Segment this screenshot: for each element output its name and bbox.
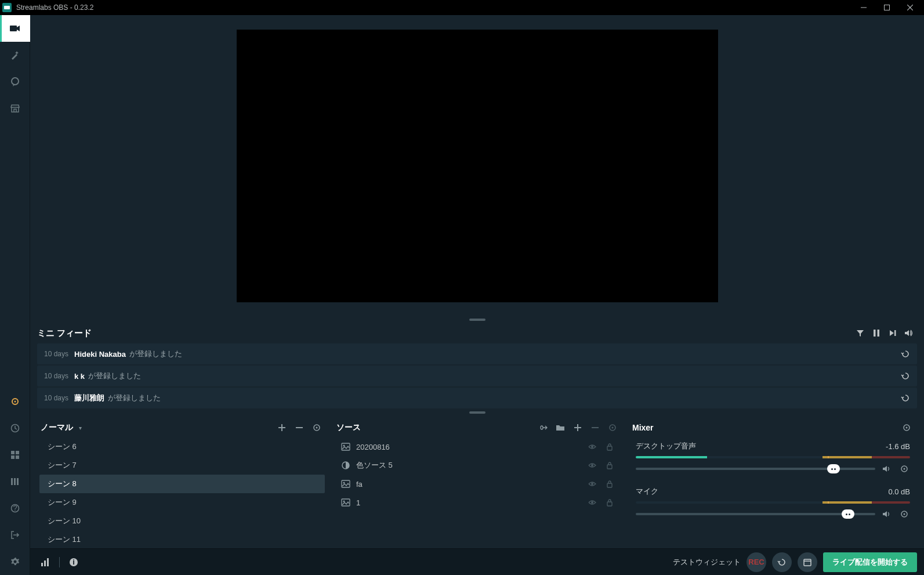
nav-settings[interactable]	[0, 548, 30, 575]
source-visibility-button[interactable]	[587, 479, 597, 489]
source-item[interactable]: 20200816	[335, 437, 621, 456]
scenes-panel: ノーマル ▾ シーン 6シーン 7シーン 8シーン 9シーン 10シーン 11	[37, 418, 327, 543]
svg-rect-16	[17, 478, 19, 485]
nav-apps[interactable]	[0, 442, 30, 468]
feed-retry-button[interactable]	[901, 393, 910, 403]
source-item[interactable]: 色ソース 5	[335, 456, 621, 475]
source-lock-button[interactable]	[604, 479, 615, 489]
lock-icon	[606, 498, 614, 507]
go-live-button[interactable]: ライブ配信を開始する	[823, 552, 917, 572]
scene-remove-button[interactable]	[292, 421, 306, 435]
audio-meter	[636, 501, 910, 504]
sources-title: ソース	[336, 422, 361, 433]
close-button[interactable]	[898, 0, 922, 15]
feed-retry-button[interactable]	[901, 349, 910, 359]
mixer-panel: Mixer デスクトップ音声-1.6 dBマイク0.0 dB	[629, 418, 917, 543]
feed-skip-button[interactable]	[885, 325, 901, 341]
feed-user: Hideki Nakaba	[74, 350, 126, 359]
scenes-mode-label[interactable]: ノーマル	[41, 422, 73, 433]
info-button[interactable]: i	[66, 554, 82, 570]
source-remove-button[interactable]	[588, 421, 602, 435]
feed-action: が登録しました	[88, 371, 141, 381]
replay-button[interactable]	[772, 552, 792, 572]
source-folder-button[interactable]	[553, 421, 567, 435]
svg-rect-5	[10, 26, 17, 31]
source-lock-button[interactable]	[604, 460, 615, 471]
feed-mute-button[interactable]	[901, 325, 917, 341]
svg-rect-15	[14, 478, 16, 485]
preview-area[interactable]	[30, 15, 924, 317]
test-widget-button[interactable]: テストウィジェット	[673, 557, 741, 567]
mixer-settings-button[interactable]	[900, 421, 914, 435]
svg-point-28	[343, 445, 345, 447]
scene-item[interactable]: シーン 9	[39, 493, 325, 512]
source-visibility-button[interactable]	[587, 497, 597, 508]
scene-item[interactable]: シーン 8	[39, 475, 325, 493]
source-item[interactable]: 1	[335, 493, 621, 512]
nav-store[interactable]	[0, 95, 30, 122]
feed-filter-button[interactable]	[852, 325, 868, 341]
mixer-channel: デスクトップ音声-1.6 dB	[631, 437, 915, 483]
channel-settings-button[interactable]	[898, 508, 910, 520]
feed-action: が登録しました	[129, 349, 182, 359]
nav-layout[interactable]	[0, 468, 30, 495]
source-visibility-button[interactable]	[587, 442, 597, 452]
scene-item[interactable]: シーン 7	[39, 456, 325, 475]
schedule-button[interactable]	[798, 552, 817, 572]
preview-canvas[interactable]	[237, 30, 718, 302]
nav-history[interactable]	[0, 415, 30, 442]
stats-button[interactable]	[37, 554, 53, 570]
gear-icon	[900, 510, 908, 518]
minimize-button[interactable]	[852, 0, 875, 15]
lock-icon	[606, 480, 614, 488]
channel-mute-button[interactable]	[881, 508, 893, 520]
svg-rect-22	[894, 330, 896, 336]
scene-add-button[interactable]	[275, 421, 289, 435]
lock-icon	[606, 461, 614, 469]
svg-point-43	[906, 427, 908, 429]
volume-icon	[904, 329, 914, 337]
source-lock-button[interactable]	[604, 442, 615, 452]
svg-text:i: i	[73, 558, 75, 566]
feed-pause-button[interactable]	[868, 325, 885, 341]
nav-chat[interactable]	[0, 68, 30, 95]
svg-rect-33	[607, 465, 612, 469]
scene-item[interactable]: シーン 11	[39, 530, 325, 543]
channel-mute-button[interactable]	[881, 463, 893, 475]
nav-editor[interactable]	[0, 15, 30, 42]
scene-item[interactable]: シーン 10	[39, 512, 325, 530]
record-button[interactable]: REC	[747, 552, 766, 572]
image-icon	[341, 442, 350, 451]
source-add-button[interactable]	[571, 421, 585, 435]
image-icon	[341, 498, 350, 507]
volume-slider[interactable]	[636, 463, 910, 475]
replay-icon	[777, 558, 787, 567]
eye-icon	[588, 443, 596, 451]
chevron-down-icon[interactable]: ▾	[79, 425, 82, 431]
feed-retry-button[interactable]	[901, 371, 910, 381]
sources-panel: ソース 20200816色ソース 5fa1	[333, 418, 623, 543]
nav-help[interactable]: ?	[0, 495, 30, 522]
source-item[interactable]: fa	[335, 475, 621, 493]
scene-settings-button[interactable]	[310, 421, 324, 435]
channel-settings-button[interactable]	[898, 463, 910, 475]
source-visibility-button[interactable]	[587, 460, 597, 471]
gear-highlight-icon	[10, 397, 20, 406]
drag-handle-top[interactable]	[30, 317, 924, 323]
scene-item[interactable]: シーン 6	[39, 437, 325, 456]
minus-icon	[591, 424, 599, 432]
status-bar: i テストウィジェット REC ライブ配信を開始する	[30, 548, 924, 575]
nav-themes[interactable]	[0, 42, 30, 68]
drag-handle-mid[interactable]	[30, 410, 924, 415]
svg-rect-0	[4, 6, 10, 9]
image-icon	[341, 479, 350, 489]
nav-notifications[interactable]	[0, 388, 30, 415]
source-lock-button[interactable]	[604, 497, 615, 508]
volume-slider[interactable]	[636, 508, 910, 520]
transition-icon	[538, 424, 548, 432]
source-transition-button[interactable]	[536, 421, 550, 435]
maximize-button[interactable]	[875, 0, 898, 15]
side-nav: ?	[0, 15, 30, 575]
nav-logout[interactable]	[0, 522, 30, 548]
source-settings-button[interactable]	[606, 421, 619, 435]
